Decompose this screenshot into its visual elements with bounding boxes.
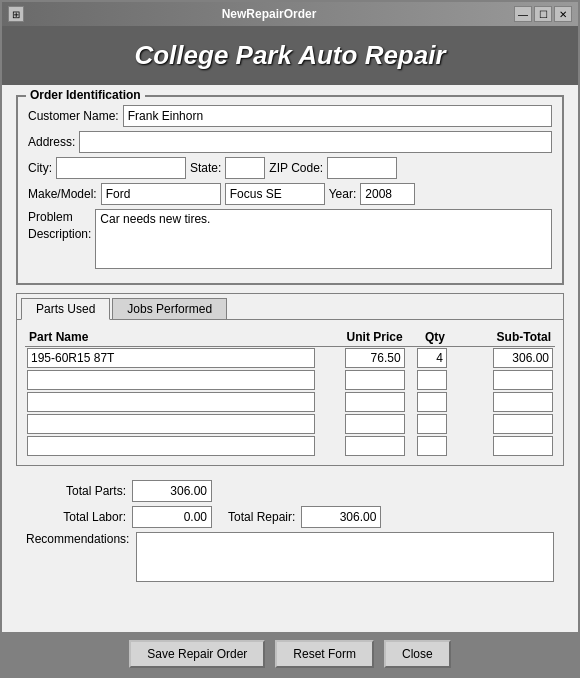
unit-price-input[interactable] <box>345 392 405 412</box>
main-window: ⊞ NewRepairOrder — ☐ ✕ College Park Auto… <box>0 0 580 678</box>
main-content: Order Identification Customer Name: Addr… <box>2 85 578 632</box>
make-input[interactable] <box>101 183 221 205</box>
model-input[interactable] <box>225 183 325 205</box>
maximize-button[interactable]: ☐ <box>534 6 552 22</box>
unit-price-input[interactable] <box>345 348 405 368</box>
year-input[interactable] <box>360 183 415 205</box>
customer-name-input[interactable] <box>123 105 552 127</box>
recommendations-label: Recommendations: <box>26 532 126 546</box>
table-row <box>25 369 555 391</box>
subtotal-input[interactable] <box>493 392 553 412</box>
totals-area: Total Parts: Total Labor: Total Repair: … <box>16 474 564 588</box>
problem-label: Problem Description: <box>28 209 91 243</box>
make-model-year-row: Make/Model: Year: <box>28 183 552 205</box>
qty-input[interactable] <box>417 348 447 368</box>
part-name-input[interactable] <box>27 414 315 434</box>
total-labor-repair-row: Total Labor: Total Repair: <box>26 506 554 528</box>
app-title: College Park Auto Repair <box>22 40 558 71</box>
part-name-input[interactable] <box>27 348 315 368</box>
window-controls: — ☐ ✕ <box>514 6 572 22</box>
problem-row: Problem Description: Car needs new tires… <box>28 209 552 269</box>
col-price-header: Unit Price <box>317 328 407 347</box>
recommendations-row: Recommendations: <box>26 532 554 582</box>
city-label: City: <box>28 161 52 175</box>
unit-price-input[interactable] <box>345 370 405 390</box>
parts-used-content: Part Name Unit Price Qty Sub-Total <box>17 319 563 465</box>
subtotal-input[interactable] <box>493 370 553 390</box>
address-label: Address: <box>28 135 75 149</box>
qty-input[interactable] <box>417 436 447 456</box>
total-labor-label: Total Labor: <box>26 510 126 524</box>
save-repair-order-button[interactable]: Save Repair Order <box>129 640 265 668</box>
subtotal-input[interactable] <box>493 348 553 368</box>
state-label: State: <box>190 161 221 175</box>
qty-input[interactable] <box>417 414 447 434</box>
city-input[interactable] <box>56 157 186 179</box>
tab-parts-used[interactable]: Parts Used <box>21 298 110 320</box>
part-name-input[interactable] <box>27 370 315 390</box>
title-bar: ⊞ NewRepairOrder — ☐ ✕ <box>2 2 578 26</box>
close-button[interactable]: Close <box>384 640 451 668</box>
reset-form-button[interactable]: Reset Form <box>275 640 374 668</box>
footer: Save Repair Order Reset Form Close <box>2 632 578 676</box>
unit-price-input[interactable] <box>345 436 405 456</box>
qty-input[interactable] <box>417 392 447 412</box>
header-banner: College Park Auto Repair <box>2 26 578 85</box>
recommendations-textarea[interactable] <box>136 532 554 582</box>
minimize-button[interactable]: — <box>514 6 532 22</box>
table-row <box>25 391 555 413</box>
col-qty-header: Qty <box>407 328 449 347</box>
address-row: Address: <box>28 131 552 153</box>
problem-textarea[interactable]: Car needs new tires. <box>95 209 552 269</box>
customer-name-label: Customer Name: <box>28 109 119 123</box>
state-input[interactable] <box>225 157 265 179</box>
total-labor-input[interactable] <box>132 506 212 528</box>
order-identification-group: Order Identification Customer Name: Addr… <box>16 95 564 285</box>
city-state-zip-row: City: State: ZIP Code: <box>28 157 552 179</box>
year-label: Year: <box>329 187 357 201</box>
table-row <box>25 413 555 435</box>
tabs-container: Parts Used Jobs Performed Part Name Unit… <box>16 293 564 466</box>
zip-label: ZIP Code: <box>269 161 323 175</box>
total-parts-input[interactable] <box>132 480 212 502</box>
qty-input[interactable] <box>417 370 447 390</box>
subtotal-input[interactable] <box>493 414 553 434</box>
col-part-header: Part Name <box>25 328 317 347</box>
total-repair-label: Total Repair: <box>228 510 295 524</box>
total-repair-input[interactable] <box>301 506 381 528</box>
tab-bar: Parts Used Jobs Performed <box>17 294 563 319</box>
col-sub-header: Sub-Total <box>449 328 555 347</box>
close-button[interactable]: ✕ <box>554 6 572 22</box>
table-row <box>25 347 555 370</box>
subtotal-input[interactable] <box>493 436 553 456</box>
part-name-input[interactable] <box>27 436 315 456</box>
parts-table: Part Name Unit Price Qty Sub-Total <box>25 328 555 457</box>
table-row <box>25 435 555 457</box>
unit-price-input[interactable] <box>345 414 405 434</box>
part-name-input[interactable] <box>27 392 315 412</box>
make-model-label: Make/Model: <box>28 187 97 201</box>
app-icon: ⊞ <box>8 6 24 22</box>
zip-input[interactable] <box>327 157 397 179</box>
group-legend: Order Identification <box>26 88 145 102</box>
total-parts-row: Total Parts: <box>26 480 554 502</box>
customer-name-row: Customer Name: <box>28 105 552 127</box>
address-input[interactable] <box>79 131 552 153</box>
window-title: NewRepairOrder <box>24 7 514 21</box>
tab-jobs-performed[interactable]: Jobs Performed <box>112 298 227 319</box>
total-parts-label: Total Parts: <box>26 484 126 498</box>
